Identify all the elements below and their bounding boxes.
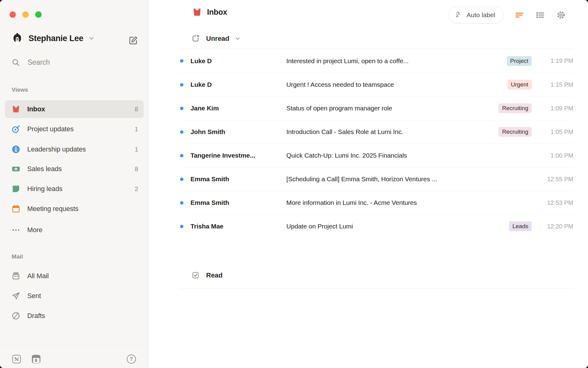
sidebar-item-label: Leadership updates <box>27 145 135 153</box>
filter-icon[interactable] <box>514 10 524 20</box>
sidebar-item-count: 8 <box>135 166 138 173</box>
read-section-header[interactable]: Read <box>191 271 228 279</box>
sidebar-item-count: 1 <box>135 146 138 153</box>
compose-button[interactable] <box>127 34 139 46</box>
sidebar-item-drafts[interactable]: Drafts <box>5 308 144 324</box>
traffic-light-minimize[interactable] <box>22 11 29 18</box>
sidebar-item-all-mail[interactable]: All Mail <box>5 268 144 284</box>
email-time: 1:05 PM <box>537 128 573 136</box>
money-icon <box>12 165 20 173</box>
email-label-badge[interactable]: Project <box>507 56 532 66</box>
chevron-down-icon <box>235 36 241 42</box>
sidebar-item-project-updates[interactable]: Project updates 1 <box>5 121 144 137</box>
sidebar-item-hiring-leads[interactable]: Hiring leads 2 <box>5 181 144 197</box>
sidebar-item-inbox[interactable]: Inbox 8 <box>5 100 144 118</box>
note-icon <box>12 185 20 193</box>
sidebar-item-label: Drafts <box>27 312 138 320</box>
inbox-icon <box>12 105 20 113</box>
email-sender: Luke D <box>190 57 282 65</box>
email-label-badge[interactable]: Leads <box>509 221 532 231</box>
sidebar-item-label: Meeting requests <box>27 205 138 213</box>
search-button[interactable]: Search <box>12 56 50 69</box>
app-window: Stephanie Lee Search Views <box>0 0 588 368</box>
sidebar-item-meeting-requests[interactable]: Meeting requests <box>5 201 144 217</box>
email-row[interactable]: Luke D Urgent ! Access needed to teamspa… <box>179 73 573 96</box>
sidebar-item-label: Sent <box>27 292 138 300</box>
email-time: 1:19 PM <box>537 57 573 64</box>
help-button[interactable]: ? <box>127 355 136 364</box>
unread-label: Unread <box>206 35 229 43</box>
sidebar-item-label: More <box>27 226 138 234</box>
email-label-badge[interactable]: Recruiting <box>499 103 532 113</box>
calendar-day: 6 <box>33 358 40 363</box>
email-row[interactable]: John Smith Introduction Call - Sales Rol… <box>179 120 573 144</box>
search-icon <box>12 58 20 67</box>
search-label: Search <box>28 58 50 67</box>
email-subject: Update on Project Lumi <box>286 223 509 230</box>
unread-dot <box>180 130 183 134</box>
notion-logo-letter: N <box>14 356 19 362</box>
all-mail-icon <box>12 272 20 280</box>
traffic-light-close[interactable] <box>9 11 16 18</box>
sidebar-item-count: 8 <box>135 106 138 113</box>
email-sender: Luke D <box>190 81 282 88</box>
email-row[interactable]: Trisha Mae Update on Project Lumi Leads … <box>179 214 573 238</box>
email-time: 12:55 PM <box>537 176 573 183</box>
email-list: Luke D Interested in project Lumi, open … <box>179 49 573 238</box>
email-time: 1:09 PM <box>537 105 573 112</box>
email-row[interactable]: Tangerine Investme... Quick Catch-Up: Lu… <box>179 144 573 167</box>
main-panel: Inbox Auto label <box>149 0 588 368</box>
account-switcher[interactable]: Stephanie Lee <box>11 32 95 45</box>
unread-dot <box>180 225 183 228</box>
email-row[interactable]: Emma Smith [Scheduling a Call] Emma Smit… <box>179 167 573 191</box>
inbox-icon <box>192 7 202 17</box>
read-divider <box>179 288 573 289</box>
email-label-badge[interactable]: Recruiting <box>499 127 532 137</box>
calendar-app-icon[interactable]: 6 <box>32 355 40 363</box>
traffic-light-zoom[interactable] <box>35 11 42 18</box>
sidebar-item-label: Sales leads <box>27 165 135 173</box>
help-glyph: ? <box>130 356 133 362</box>
sidebar-item-sent[interactable]: Sent <box>5 288 144 304</box>
email-row[interactable]: Emma Smith More information in Lumi Inc.… <box>179 191 573 214</box>
list-view-icon[interactable] <box>535 10 545 20</box>
page-title: Inbox <box>207 8 227 17</box>
sidebar-item-leadership-updates[interactable]: Leadership updates 1 <box>5 141 144 157</box>
calendar-icon <box>12 205 20 213</box>
header-actions: Auto label <box>448 7 566 23</box>
chevron-down-icon <box>88 35 95 42</box>
sidebar-item-label: All Mail <box>27 272 138 280</box>
auto-label-button[interactable]: Auto label <box>448 7 503 23</box>
person-icon <box>12 145 20 154</box>
unread-dot <box>180 59 183 63</box>
email-time: 1:00 PM <box>537 152 573 159</box>
sidebar-item-count: 2 <box>135 186 138 193</box>
draft-icon <box>12 312 20 320</box>
auto-label-text: Auto label <box>467 11 495 19</box>
unread-dot <box>180 83 183 86</box>
sidebar: Stephanie Lee Search Views <box>0 0 149 368</box>
unread-dot <box>180 178 183 181</box>
email-sender: Emma Smith <box>190 175 282 183</box>
email-row[interactable]: Jane Kim Status of open program manager … <box>179 96 573 120</box>
email-sender: Jane Kim <box>190 105 282 112</box>
sidebar-item-more[interactable]: More <box>5 222 144 238</box>
user-name: Stephanie Lee <box>28 34 83 43</box>
sidebar-item-label: Hiring leads <box>27 185 135 193</box>
read-checkbox-icon <box>191 271 200 279</box>
unread-dot <box>180 154 183 157</box>
notion-logo[interactable]: N <box>12 355 21 363</box>
unread-section-header[interactable]: Unread <box>191 34 241 43</box>
unread-dot <box>180 201 183 205</box>
sidebar-footer-divider <box>0 345 148 346</box>
email-time: 1:15 PM <box>537 81 573 88</box>
settings-gear-icon[interactable] <box>556 10 566 20</box>
sidebar-item-label: Inbox <box>27 105 135 113</box>
views-section-header: Views <box>12 86 28 93</box>
email-label-badge[interactable]: Urgent <box>507 80 532 90</box>
email-row[interactable]: Luke D Interested in project Lumi, open … <box>179 49 573 73</box>
sidebar-item-sales-leads[interactable]: Sales leads 8 <box>5 161 144 177</box>
email-sender: John Smith <box>190 128 282 136</box>
email-subject: Status of open program manager role <box>286 105 499 112</box>
avatar <box>11 32 24 45</box>
